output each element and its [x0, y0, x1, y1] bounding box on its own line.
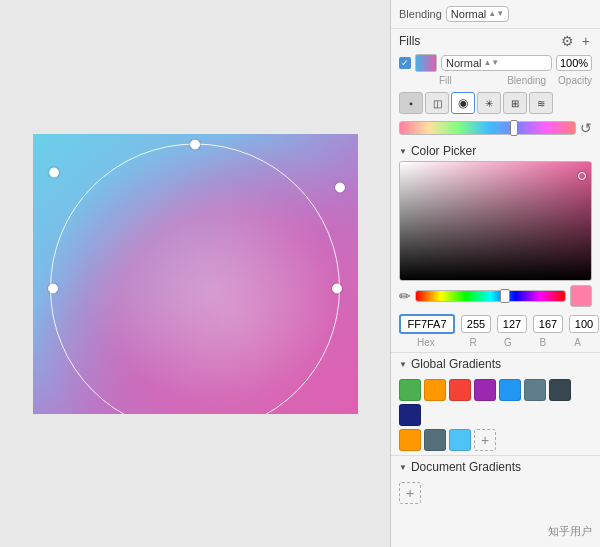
- fill-types: ▪ ◫ ◉ ✳ ⊞ ≋: [391, 89, 600, 117]
- blending-label: Blending: [399, 8, 442, 20]
- handle-left[interactable]: [48, 283, 58, 293]
- attribution: 知乎用户: [548, 524, 592, 539]
- triangle-icon: ▼: [399, 147, 407, 156]
- fill-type-noise[interactable]: ≋: [529, 92, 553, 114]
- a-input[interactable]: 100: [569, 315, 599, 333]
- global-swatches-row: [399, 379, 592, 426]
- fill-checkbox[interactable]: [399, 57, 411, 69]
- circle-overlay: [50, 143, 340, 414]
- linear-gradient-icon: ◫: [433, 98, 442, 109]
- color-picker-label: Color Picker: [411, 144, 476, 158]
- handle-top-right[interactable]: [335, 182, 345, 192]
- gradient-slider-container: ↺: [391, 117, 600, 139]
- gradient-strip[interactable]: [399, 121, 576, 135]
- fill-opacity-input[interactable]: [556, 55, 592, 71]
- hex-labels-row: Hex R G B A: [391, 337, 600, 352]
- hex-label: Hex: [399, 337, 453, 348]
- fill-blending-value: Normal: [446, 57, 481, 69]
- color-picker-area[interactable]: [399, 161, 592, 281]
- fill-row: Normal ▲▼: [391, 51, 600, 75]
- right-panel: Blending Normal ▲▼ Fills ⚙ + Normal ▲▼ F…: [390, 0, 600, 547]
- eyedropper-icon[interactable]: ✏: [399, 288, 411, 304]
- triangle-icon-3: ▼: [399, 463, 407, 472]
- fills-header: Fills ⚙ +: [391, 29, 600, 51]
- column-header: Fill Blending Opacity: [391, 75, 600, 89]
- g-input[interactable]: 127: [497, 315, 527, 333]
- opacity-section: Blending Normal ▲▼: [391, 0, 600, 29]
- swatch-green[interactable]: [399, 379, 421, 401]
- swatch-red[interactable]: [449, 379, 471, 401]
- angular-gradient-icon: ✳: [485, 98, 493, 109]
- hex-rgba-row: FF7FA7 255 127 167 100: [391, 311, 600, 337]
- fill-type-angular[interactable]: ✳: [477, 92, 501, 114]
- swatch-purple[interactable]: [474, 379, 496, 401]
- blending-value: Normal: [451, 8, 486, 20]
- noise-icon: ≋: [537, 98, 545, 109]
- chevron-icon: ▲▼: [488, 10, 504, 18]
- color-crosshair: [578, 172, 586, 180]
- document-swatches-row: +: [399, 482, 592, 504]
- fill-type-pattern[interactable]: ⊞: [503, 92, 527, 114]
- fill-blending-select[interactable]: Normal ▲▼: [441, 55, 552, 71]
- global-gradients-title: ▼ Global Gradients: [399, 357, 592, 375]
- swatch-dark[interactable]: [549, 379, 571, 401]
- b-input[interactable]: 167: [533, 315, 563, 333]
- hex-input[interactable]: FF7FA7: [399, 314, 455, 334]
- a-label: A: [563, 337, 592, 348]
- handle-top[interactable]: [190, 139, 200, 149]
- fill-col-label: Fill: [439, 75, 461, 86]
- fills-add-button[interactable]: +: [580, 34, 592, 48]
- swatch-grey[interactable]: [424, 429, 446, 451]
- document-gradients-section: ▼ Document Gradients +: [391, 455, 600, 508]
- r-input[interactable]: 255: [461, 315, 491, 333]
- swatch-orange[interactable]: [424, 379, 446, 401]
- global-swatches-row-2: +: [399, 429, 592, 451]
- b-label: B: [528, 337, 557, 348]
- solid-icon: ▪: [409, 98, 413, 109]
- canvas-area: [0, 0, 390, 547]
- swatch-light-blue[interactable]: [449, 429, 471, 451]
- pattern-icon: ⊞: [511, 98, 519, 109]
- blending-select[interactable]: Normal ▲▼: [446, 6, 509, 22]
- handle-top-left[interactable]: [49, 168, 59, 178]
- swatch-blue[interactable]: [499, 379, 521, 401]
- color-swatch-preview: [570, 285, 592, 307]
- fill-preview[interactable]: [415, 54, 437, 72]
- document-gradients-label: Document Gradients: [411, 460, 521, 474]
- hue-row: ✏: [391, 281, 600, 311]
- chevron-icon-2: ▲▼: [483, 59, 499, 67]
- refresh-icon[interactable]: ↺: [580, 120, 592, 136]
- brightness-gradient: [400, 162, 591, 280]
- blending-col-label: Blending: [507, 75, 546, 86]
- add-document-gradient-button[interactable]: +: [399, 482, 421, 504]
- artwork: [33, 134, 358, 414]
- hue-strip[interactable]: [415, 290, 566, 302]
- document-gradients-title: ▼ Document Gradients: [399, 460, 592, 478]
- swatch-amber[interactable]: [399, 429, 421, 451]
- r-label: R: [459, 337, 488, 348]
- opacity-col-label: Opacity: [558, 75, 592, 86]
- handle-right[interactable]: [332, 283, 342, 293]
- global-gradients-section: ▼ Global Gradients +: [391, 352, 600, 455]
- fill-type-radial[interactable]: ◉: [451, 92, 475, 114]
- radial-gradient-icon: ◉: [458, 96, 468, 110]
- color-picker-title: ▼ Color Picker: [391, 139, 600, 161]
- hue-thumb[interactable]: [500, 289, 510, 303]
- triangle-icon-2: ▼: [399, 360, 407, 369]
- swatch-dark-blue[interactable]: [399, 404, 421, 426]
- fill-type-linear[interactable]: ◫: [425, 92, 449, 114]
- add-global-gradient-button[interactable]: +: [474, 429, 496, 451]
- gradient-handle[interactable]: [510, 120, 518, 136]
- fills-title: Fills: [399, 34, 420, 48]
- fills-settings-button[interactable]: ⚙: [559, 34, 576, 48]
- swatch-blue-grey[interactable]: [524, 379, 546, 401]
- g-label: G: [494, 337, 523, 348]
- fill-type-solid[interactable]: ▪: [399, 92, 423, 114]
- global-gradients-label: Global Gradients: [411, 357, 501, 371]
